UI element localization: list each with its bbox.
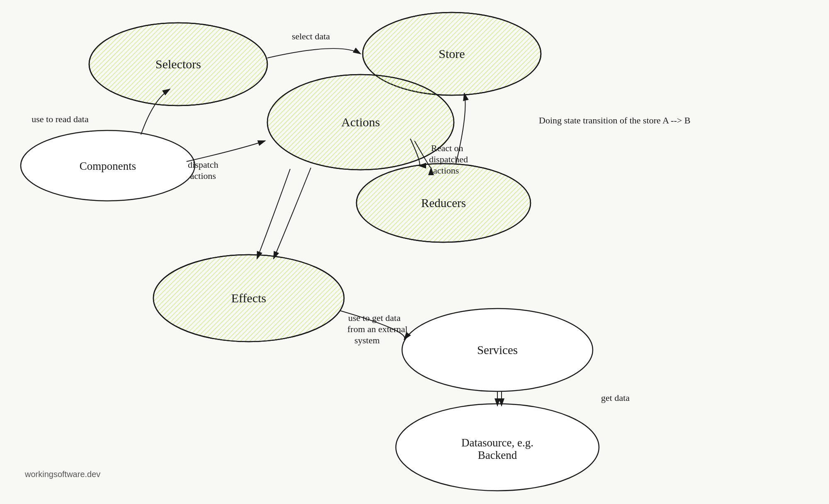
dispatch-actions-label-1: dispatch [188,159,218,170]
datasource-label-2: Backend [478,449,517,461]
select-data-label: select data [292,31,330,41]
use-to-read-label: use to read data [32,114,89,124]
selectors-label: Selectors [155,57,201,71]
use-to-get-label-3: system [354,335,380,345]
actions-label: Actions [341,115,380,129]
datasource-label-1: Datasource, e.g. [461,436,533,449]
state-transition-label: Doing state transition of the store A --… [539,115,691,125]
react-on-label-1: React on [431,143,463,153]
components-label: Components [80,160,136,172]
diagram-container: Selectors Store Actions Components Reduc… [0,0,829,504]
react-on-label-3: actions [433,165,459,176]
use-to-get-label-1: use to get data [348,313,401,323]
store-label: Store [439,47,465,60]
reducers-label: Reducers [421,196,466,210]
get-data-label: get data [601,393,630,403]
services-label: Services [477,343,518,357]
diagram-svg: Selectors Store Actions Components Reduc… [0,0,829,504]
watermark: workingsoftware.dev [25,470,100,479]
effects-label: Effects [231,291,266,305]
dispatch-actions-label-2: actions [190,171,216,181]
use-to-get-label-2: from an external [347,324,407,334]
react-on-label-2: dispatched [429,154,468,164]
